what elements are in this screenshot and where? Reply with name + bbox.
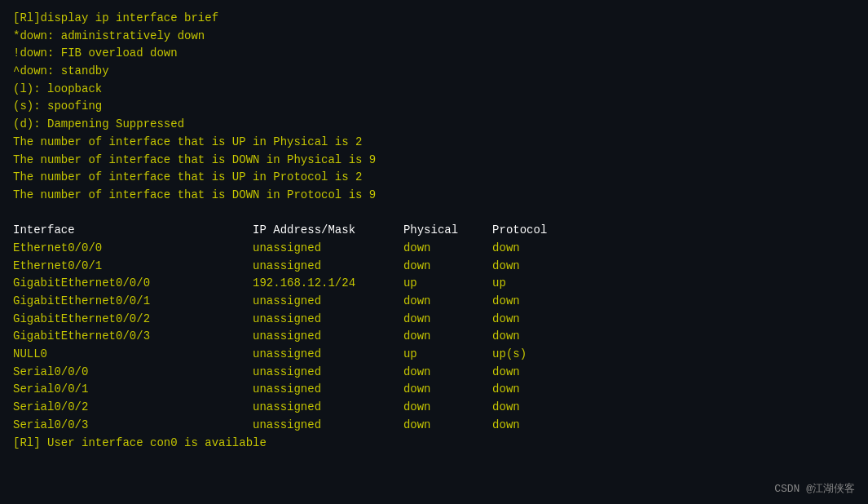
terminal-line-11: [13, 205, 855, 223]
terminal-line-4: (l): loopback: [13, 81, 855, 99]
terminal-line-10: The number of interface that is DOWN in …: [13, 187, 855, 205]
terminal-window: [Rl]display ip interface brief*down: adm…: [0, 0, 868, 504]
terminal-line-5: (s): spoofing: [13, 98, 855, 116]
terminal-line-15: GigabitEthernet0/0/0 192.168.12.1/24 up …: [13, 275, 855, 293]
terminal-line-14: Ethernet0/0/1 unassigned down down: [13, 258, 855, 276]
terminal-line-13: Ethernet0/0/0 unassigned down down: [13, 240, 855, 258]
terminal-line-24: [Rl] User interface con0 is available: [13, 435, 855, 453]
terminal-content: [Rl]display ip interface brief*down: adm…: [13, 10, 855, 452]
terminal-line-12: Interface IP Address/Mask Physical Proto…: [13, 222, 855, 240]
terminal-line-7: The number of interface that is UP in Ph…: [13, 134, 855, 152]
terminal-line-1: *down: administratively down: [13, 28, 855, 46]
terminal-line-0: [Rl]display ip interface brief: [13, 10, 855, 28]
terminal-line-20: Serial0/0/0 unassigned down down: [13, 364, 855, 382]
terminal-line-21: Serial0/0/1 unassigned down down: [13, 381, 855, 399]
terminal-line-3: ^down: standby: [13, 63, 855, 81]
terminal-line-22: Serial0/0/2 unassigned down down: [13, 399, 855, 417]
terminal-line-19: NULL0 unassigned up up(s): [13, 346, 855, 364]
terminal-line-17: GigabitEthernet0/0/2 unassigned down dow…: [13, 311, 855, 329]
terminal-line-18: GigabitEthernet0/0/3 unassigned down dow…: [13, 328, 855, 346]
terminal-line-8: The number of interface that is DOWN in …: [13, 152, 855, 170]
terminal-line-16: GigabitEthernet0/0/1 unassigned down dow…: [13, 293, 855, 311]
terminal-line-23: Serial0/0/3 unassigned down down: [13, 417, 855, 435]
terminal-line-6: (d): Dampening Suppressed: [13, 116, 855, 134]
terminal-line-9: The number of interface that is UP in Pr…: [13, 169, 855, 187]
terminal-line-2: !down: FIB overload down: [13, 45, 855, 63]
watermark: CSDN @江湖侠客: [774, 481, 855, 496]
